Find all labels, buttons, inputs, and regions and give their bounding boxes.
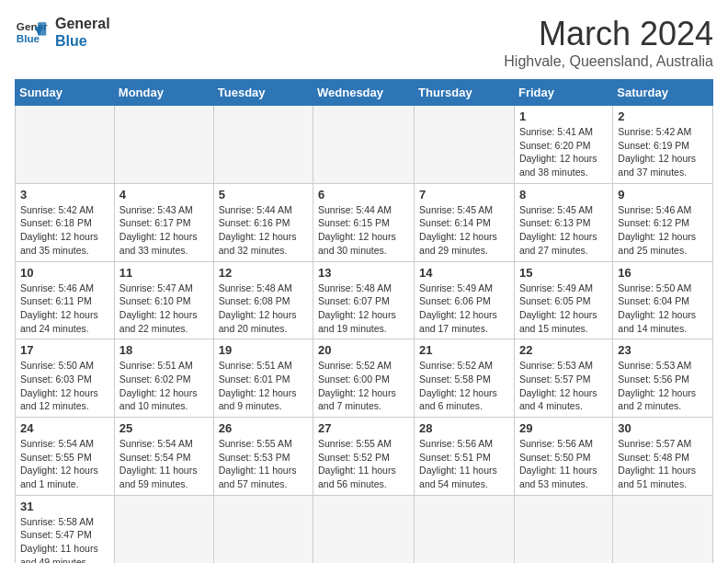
weekday-header-thursday: Thursday [415, 80, 515, 106]
day-info: Sunrise: 5:58 AM Sunset: 5:47 PM Dayligh… [20, 515, 109, 563]
svg-text:Blue: Blue [17, 32, 40, 44]
week-row-3: 10Sunrise: 5:46 AM Sunset: 6:11 PM Dayli… [16, 261, 713, 339]
day-number: 20 [318, 343, 409, 357]
day-number: 16 [618, 266, 708, 280]
weekday-header-row: SundayMondayTuesdayWednesdayThursdayFrid… [16, 80, 713, 106]
day-info: Sunrise: 5:54 AM Sunset: 5:54 PM Dayligh… [119, 437, 209, 491]
calendar-cell: 8Sunrise: 5:45 AM Sunset: 6:13 PM Daylig… [514, 183, 612, 261]
day-number: 28 [419, 421, 509, 435]
calendar-cell: 24Sunrise: 5:54 AM Sunset: 5:55 PM Dayli… [16, 418, 115, 496]
weekday-header-friday: Friday [514, 80, 612, 106]
calendar-cell: 12Sunrise: 5:48 AM Sunset: 6:08 PM Dayli… [213, 261, 313, 339]
logo-general: General [55, 15, 110, 32]
calendar-cell: 30Sunrise: 5:57 AM Sunset: 5:48 PM Dayli… [613, 418, 713, 496]
day-number: 27 [318, 421, 409, 435]
weekday-header-tuesday: Tuesday [213, 80, 313, 106]
day-number: 4 [119, 188, 209, 201]
day-number: 8 [519, 188, 608, 201]
calendar-cell: 29Sunrise: 5:56 AM Sunset: 5:50 PM Dayli… [514, 418, 612, 496]
day-number: 30 [618, 421, 708, 435]
day-number: 15 [519, 266, 608, 280]
logo: General Blue General Blue [15, 15, 110, 50]
calendar-cell: 3Sunrise: 5:42 AM Sunset: 6:18 PM Daylig… [16, 183, 115, 261]
day-info: Sunrise: 5:49 AM Sunset: 6:06 PM Dayligh… [419, 282, 509, 336]
day-info: Sunrise: 5:42 AM Sunset: 6:19 PM Dayligh… [618, 125, 708, 179]
day-info: Sunrise: 5:55 AM Sunset: 5:52 PM Dayligh… [318, 437, 409, 491]
logo-blue: Blue [55, 32, 110, 50]
calendar-cell: 17Sunrise: 5:50 AM Sunset: 6:03 PM Dayli… [16, 339, 115, 418]
calendar-cell [415, 495, 515, 563]
week-row-2: 3Sunrise: 5:42 AM Sunset: 6:18 PM Daylig… [16, 183, 713, 261]
calendar-cell: 9Sunrise: 5:46 AM Sunset: 6:12 PM Daylig… [613, 183, 713, 261]
calendar-cell: 19Sunrise: 5:51 AM Sunset: 6:01 PM Dayli… [213, 339, 313, 418]
day-number: 13 [318, 266, 409, 280]
calendar-cell: 23Sunrise: 5:53 AM Sunset: 5:56 PM Dayli… [613, 339, 713, 418]
day-info: Sunrise: 5:46 AM Sunset: 6:12 PM Dayligh… [618, 203, 708, 258]
calendar-cell: 4Sunrise: 5:43 AM Sunset: 6:17 PM Daylig… [114, 183, 213, 261]
day-info: Sunrise: 5:49 AM Sunset: 6:05 PM Dayligh… [519, 282, 608, 336]
calendar-title: March 2024 [504, 15, 713, 53]
calendar-cell: 5Sunrise: 5:44 AM Sunset: 6:16 PM Daylig… [213, 183, 313, 261]
calendar-cell [114, 495, 213, 563]
day-info: Sunrise: 5:55 AM Sunset: 5:53 PM Dayligh… [219, 437, 308, 491]
calendar-cell [613, 495, 713, 563]
calendar-subtitle: Highvale, Queensland, Australia [504, 53, 713, 70]
calendar-cell: 31Sunrise: 5:58 AM Sunset: 5:47 PM Dayli… [16, 495, 115, 563]
day-number: 2 [618, 109, 708, 123]
calendar-cell [415, 106, 515, 184]
day-info: Sunrise: 5:52 AM Sunset: 5:58 PM Dayligh… [419, 359, 509, 413]
day-info: Sunrise: 5:46 AM Sunset: 6:11 PM Dayligh… [20, 282, 109, 336]
calendar-cell [213, 106, 313, 184]
day-number: 11 [119, 266, 209, 280]
day-number: 6 [318, 188, 409, 201]
calendar-cell [514, 495, 612, 563]
calendar-cell: 1Sunrise: 5:41 AM Sunset: 6:20 PM Daylig… [514, 106, 612, 184]
calendar-cell: 25Sunrise: 5:54 AM Sunset: 5:54 PM Dayli… [114, 418, 213, 496]
day-number: 21 [419, 343, 509, 357]
day-number: 24 [20, 421, 109, 435]
title-block: March 2024 Highvale, Queensland, Austral… [504, 15, 713, 70]
day-number: 5 [219, 188, 308, 201]
week-row-1: 1Sunrise: 5:41 AM Sunset: 6:20 PM Daylig… [16, 106, 713, 184]
day-number: 9 [618, 188, 708, 201]
calendar-cell: 20Sunrise: 5:52 AM Sunset: 6:00 PM Dayli… [313, 339, 415, 418]
day-info: Sunrise: 5:56 AM Sunset: 5:51 PM Dayligh… [419, 437, 509, 491]
day-info: Sunrise: 5:47 AM Sunset: 6:10 PM Dayligh… [119, 282, 209, 336]
weekday-header-sunday: Sunday [16, 80, 115, 106]
day-number: 10 [20, 266, 109, 280]
day-info: Sunrise: 5:42 AM Sunset: 6:18 PM Dayligh… [20, 203, 109, 258]
day-number: 29 [519, 421, 608, 435]
day-number: 25 [119, 421, 209, 435]
calendar-cell [213, 495, 313, 563]
calendar-cell [114, 106, 213, 184]
day-number: 18 [119, 343, 209, 357]
day-info: Sunrise: 5:44 AM Sunset: 6:16 PM Dayligh… [219, 203, 308, 258]
day-info: Sunrise: 5:45 AM Sunset: 6:13 PM Dayligh… [519, 203, 608, 258]
day-number: 7 [419, 188, 509, 201]
day-info: Sunrise: 5:50 AM Sunset: 6:03 PM Dayligh… [20, 359, 109, 413]
day-info: Sunrise: 5:50 AM Sunset: 6:04 PM Dayligh… [618, 282, 708, 336]
calendar-cell [313, 495, 415, 563]
calendar-cell: 16Sunrise: 5:50 AM Sunset: 6:04 PM Dayli… [613, 261, 713, 339]
day-info: Sunrise: 5:51 AM Sunset: 6:02 PM Dayligh… [119, 359, 209, 413]
day-info: Sunrise: 5:48 AM Sunset: 6:07 PM Dayligh… [318, 282, 409, 336]
day-number: 23 [618, 343, 708, 357]
day-info: Sunrise: 5:41 AM Sunset: 6:20 PM Dayligh… [519, 125, 608, 179]
page-header: General Blue General Blue March 2024 Hig… [15, 15, 713, 70]
week-row-4: 17Sunrise: 5:50 AM Sunset: 6:03 PM Dayli… [16, 339, 713, 418]
calendar-cell: 26Sunrise: 5:55 AM Sunset: 5:53 PM Dayli… [213, 418, 313, 496]
day-info: Sunrise: 5:57 AM Sunset: 5:48 PM Dayligh… [618, 437, 708, 491]
calendar-cell [313, 106, 415, 184]
day-number: 17 [20, 343, 109, 357]
calendar-cell: 11Sunrise: 5:47 AM Sunset: 6:10 PM Dayli… [114, 261, 213, 339]
day-number: 12 [219, 266, 308, 280]
calendar-cell: 22Sunrise: 5:53 AM Sunset: 5:57 PM Dayli… [514, 339, 612, 418]
day-number: 19 [219, 343, 308, 357]
calendar-cell: 13Sunrise: 5:48 AM Sunset: 6:07 PM Dayli… [313, 261, 415, 339]
day-info: Sunrise: 5:53 AM Sunset: 5:57 PM Dayligh… [519, 359, 608, 413]
calendar-cell [16, 106, 115, 184]
day-info: Sunrise: 5:53 AM Sunset: 5:56 PM Dayligh… [618, 359, 708, 413]
calendar-cell: 14Sunrise: 5:49 AM Sunset: 6:06 PM Dayli… [415, 261, 515, 339]
day-number: 26 [219, 421, 308, 435]
day-info: Sunrise: 5:54 AM Sunset: 5:55 PM Dayligh… [20, 437, 109, 491]
